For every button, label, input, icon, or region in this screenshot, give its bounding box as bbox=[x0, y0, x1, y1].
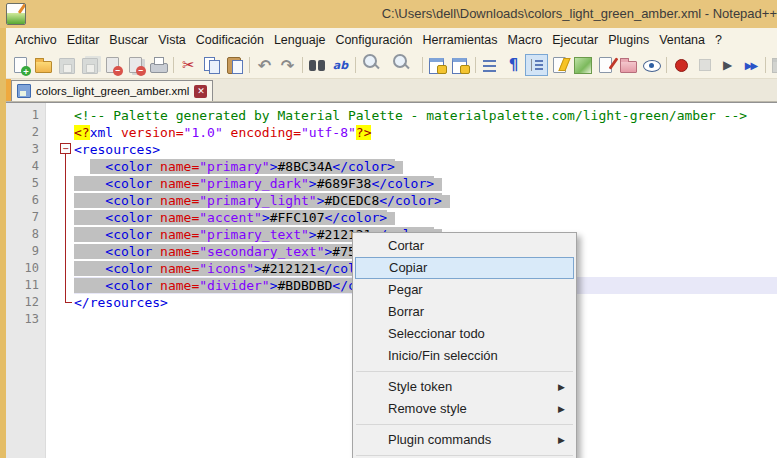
code-segment: <color bbox=[105, 176, 152, 191]
code-line-6: 6 <color name="primary_light">#DCEDC8</c… bbox=[6, 192, 777, 209]
menu-editar[interactable]: Editar bbox=[62, 28, 105, 52]
code-segment: </color> bbox=[325, 210, 388, 225]
toolbar-show-all-characters-icon[interactable]: ¶ bbox=[502, 54, 525, 76]
toolbar-save-recorded-macro-icon[interactable] bbox=[769, 54, 777, 76]
menu-vista[interactable]: Vista bbox=[153, 28, 191, 52]
toolbar-document-map-icon[interactable] bbox=[571, 54, 594, 76]
tab-bar: colors_light_green_amber.xml ✕ bbox=[6, 79, 777, 102]
fold-margin bbox=[45, 277, 74, 294]
code-segment: "divider" bbox=[199, 278, 269, 293]
fold-margin bbox=[45, 107, 74, 124]
toolbar-folder-as-workspace-icon[interactable] bbox=[617, 54, 640, 76]
toolbar-monitoring-icon[interactable] bbox=[640, 54, 663, 76]
toolbar-find-icon[interactable] bbox=[306, 54, 329, 76]
code-line-3: 3<resources> bbox=[6, 141, 777, 158]
code-text[interactable]: <color name="primary">#8BC34A</color> bbox=[74, 158, 777, 175]
code-text[interactable]: <color name="accent">#FFC107</color> bbox=[74, 209, 777, 226]
toolbar-start-recording-icon[interactable] bbox=[670, 54, 693, 76]
selected-text: <color name="primary_dark">#689F38</colo… bbox=[74, 176, 434, 191]
selected-eol bbox=[434, 178, 442, 191]
toolbar-word-wrap-icon[interactable] bbox=[479, 54, 502, 76]
toolbar-save-icon[interactable] bbox=[55, 54, 78, 76]
context-menu-separator bbox=[356, 424, 573, 425]
toolbar-save-all-icon[interactable] bbox=[78, 54, 101, 76]
toolbar-print-icon[interactable] bbox=[147, 54, 170, 76]
toolbar-replace-icon[interactable]: ab bbox=[329, 54, 352, 76]
code-segment bbox=[74, 244, 105, 259]
menu-ejecutar[interactable]: Ejecutar bbox=[547, 28, 603, 52]
tab-close-icon[interactable]: ✕ bbox=[194, 85, 207, 98]
menu-lenguaje[interactable]: Lenguaje bbox=[269, 28, 330, 52]
code-segment bbox=[90, 159, 106, 174]
menu-codificacion[interactable]: Codificación bbox=[191, 28, 269, 52]
context-menu: CortarCopiarPegarBorrarSeleccionar todoI… bbox=[352, 232, 577, 458]
toolbar-close-all-icon[interactable] bbox=[124, 54, 147, 76]
title-bar[interactable]: C:\Users\dell\Downloads\colors_light_gre… bbox=[0, 0, 777, 28]
menu-plugins[interactable]: Plugins bbox=[603, 28, 654, 52]
code-segment: > bbox=[262, 210, 270, 225]
code-segment: </color> bbox=[379, 193, 442, 208]
toolbar-sync-vertical-scrolling-icon[interactable] bbox=[426, 54, 449, 76]
toolbar-zoom-in-icon[interactable]: + bbox=[359, 51, 389, 80]
toolbar-redo-icon[interactable]: ↷ bbox=[276, 54, 299, 76]
line-number: 12 bbox=[6, 294, 45, 311]
toolbar-open-file-icon[interactable] bbox=[32, 54, 55, 76]
context-menu-item-seleccionar-todo[interactable]: Seleccionar todo bbox=[355, 323, 574, 345]
toolbar-cut-icon[interactable]: ✂ bbox=[177, 54, 200, 76]
menu-buscar[interactable]: Buscar bbox=[104, 28, 153, 52]
code-segment: <? bbox=[74, 125, 90, 140]
context-menu-item-inicio-fin-seleccion[interactable]: Inicio/Fin selección bbox=[355, 345, 574, 367]
menu-configuracion[interactable]: Configuración bbox=[330, 28, 417, 52]
menu-ventana[interactable]: Ventana bbox=[654, 28, 710, 52]
code-segment bbox=[152, 244, 160, 259]
code-segment: name= bbox=[160, 193, 199, 208]
context-menu-item-cortar[interactable]: Cortar bbox=[355, 235, 574, 257]
fold-collapse-icon[interactable] bbox=[45, 141, 74, 158]
toolbar-zoom-out-icon[interactable]: − bbox=[389, 51, 419, 80]
toolbar-run-macro-multiple-times-icon[interactable]: ▶▶ bbox=[739, 54, 762, 76]
toolbar-playback-macro-icon[interactable]: ▶ bbox=[716, 54, 739, 76]
context-menu-item-plugin-commands[interactable]: Plugin commands▶ bbox=[355, 429, 574, 451]
line-number: 1 bbox=[6, 107, 45, 124]
toolbar-function-list-icon[interactable] bbox=[594, 54, 617, 76]
fold-margin bbox=[45, 260, 74, 277]
code-segment: "secondary_text" bbox=[199, 244, 324, 259]
code-text[interactable]: <resources> bbox=[74, 141, 777, 158]
fold-margin bbox=[45, 158, 74, 175]
code-text[interactable]: <color name="primary_light">#DCEDC8</col… bbox=[74, 192, 777, 209]
line-number: 6 bbox=[6, 192, 45, 209]
line-number: 5 bbox=[6, 175, 45, 192]
code-text[interactable]: <!-- Palette generated by Material Palet… bbox=[74, 107, 777, 124]
code-segment: "utf-8" bbox=[301, 125, 356, 140]
code-text[interactable]: <?xml version="1.0" encoding="utf-8"?> bbox=[74, 124, 777, 141]
toolbar-sync-horizontal-scrolling-icon[interactable] bbox=[449, 54, 472, 76]
menu-help[interactable]: ? bbox=[710, 28, 727, 52]
context-menu-item-style-token[interactable]: Style token▶ bbox=[355, 376, 574, 398]
code-text[interactable]: <color name="primary_dark">#689F38</colo… bbox=[74, 175, 777, 192]
menu-herramientas[interactable]: Herramientas bbox=[418, 28, 503, 52]
toolbar-new-file-icon[interactable] bbox=[9, 54, 32, 76]
toolbar-copy-icon[interactable] bbox=[200, 54, 223, 76]
menu-archivo[interactable]: Archivo bbox=[10, 28, 62, 52]
code-segment: #212121 bbox=[262, 261, 317, 276]
context-menu-item-label: Cortar bbox=[388, 238, 424, 253]
toolbar-paste-icon[interactable] bbox=[223, 54, 246, 76]
line-number: 8 bbox=[6, 226, 45, 243]
toolbar-undo-icon[interactable]: ↶ bbox=[253, 54, 276, 76]
toolbar-close-icon[interactable] bbox=[101, 54, 124, 76]
context-menu-item-pegar[interactable]: Pegar bbox=[355, 279, 574, 301]
toolbar-stop-recording-icon[interactable] bbox=[693, 54, 716, 76]
context-menu-item-copiar[interactable]: Copiar bbox=[355, 257, 574, 279]
code-segment: "1.0" bbox=[184, 125, 223, 140]
toolbar-user-defined-dialog-icon[interactable] bbox=[548, 54, 571, 76]
code-segment: "primary" bbox=[199, 159, 269, 174]
selected-eol bbox=[387, 212, 395, 225]
fold-margin bbox=[45, 192, 74, 209]
context-menu-item-borrar[interactable]: Borrar bbox=[355, 301, 574, 323]
code-segment: name= bbox=[160, 278, 199, 293]
context-menu-item-remove-style[interactable]: Remove style▶ bbox=[355, 398, 574, 420]
menu-macro[interactable]: Macro bbox=[503, 28, 548, 52]
notepad-plus-plus-window: C:\Users\dell\Downloads\colors_light_gre… bbox=[0, 0, 777, 458]
tab-colors-light-green-amber[interactable]: colors_light_green_amber.xml ✕ bbox=[11, 80, 213, 101]
toolbar-show-indent-guide-icon[interactable] bbox=[525, 54, 548, 76]
